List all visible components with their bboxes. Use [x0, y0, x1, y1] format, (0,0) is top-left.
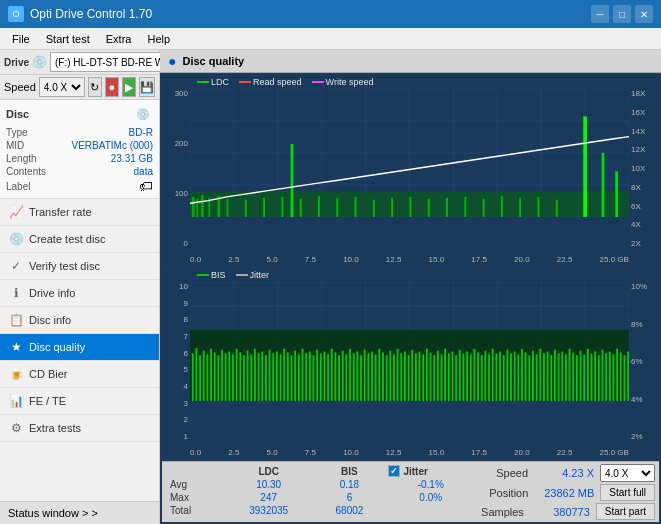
nav-fe-te[interactable]: 📊 FE / TE	[0, 388, 159, 415]
menu-start-test[interactable]: Start test	[38, 31, 98, 47]
svg-rect-144	[488, 354, 490, 401]
speed-refresh-button[interactable]: ↻	[88, 77, 102, 97]
nav-verify-test-disc[interactable]: ✓ Verify test disc	[0, 253, 159, 280]
svg-rect-171	[587, 349, 589, 401]
speed-stat-label: Speed	[496, 467, 528, 479]
svg-rect-101	[331, 349, 333, 401]
close-button[interactable]: ✕	[635, 5, 653, 23]
svg-rect-154	[525, 352, 527, 400]
speed-btn1[interactable]: ●	[105, 77, 119, 97]
jitter-checkbox[interactable]: ✓	[388, 465, 400, 477]
menu-file[interactable]: File	[4, 31, 38, 47]
svg-rect-165	[565, 354, 567, 401]
samples-label: Samples	[481, 506, 524, 518]
svg-rect-174	[598, 355, 600, 401]
svg-rect-147	[499, 352, 501, 401]
svg-rect-134	[452, 352, 454, 401]
nav-extra-tests[interactable]: ⚙ Extra tests	[0, 415, 159, 442]
status-window-label: Status window > >	[8, 507, 98, 519]
max-bis: 6	[314, 491, 384, 504]
speed-stat-select[interactable]: 4.0 X	[600, 464, 655, 482]
nav-cd-bier[interactable]: 🍺 CD Bier	[0, 361, 159, 388]
svg-rect-152	[517, 354, 519, 401]
maximize-button[interactable]: □	[613, 5, 631, 23]
svg-rect-121	[404, 352, 406, 401]
svg-rect-105	[345, 354, 347, 401]
svg-rect-142	[481, 355, 483, 401]
svg-rect-42	[519, 198, 521, 217]
nav-create-test-disc[interactable]: 💿 Create test disc	[0, 226, 159, 253]
svg-rect-67	[206, 354, 208, 401]
svg-rect-30	[300, 199, 302, 217]
contents-key: Contents	[6, 166, 46, 177]
create-test-disc-icon: 💿	[8, 231, 24, 247]
svg-rect-138	[466, 352, 468, 401]
svg-rect-127	[426, 349, 428, 401]
svg-rect-141	[477, 352, 479, 400]
svg-rect-123	[411, 350, 413, 401]
svg-rect-157	[536, 354, 538, 401]
svg-rect-92	[298, 354, 300, 401]
nav-drive-info[interactable]: ℹ Drive info	[0, 280, 159, 307]
svg-rect-89	[287, 352, 289, 400]
disc-panel: Disc 💿 Type BD-R MID VERBATIMc (000) Len…	[0, 100, 159, 199]
svg-rect-78	[247, 351, 249, 401]
legend-write-speed: Write speed	[312, 77, 374, 87]
transfer-rate-icon: 📈	[8, 204, 24, 220]
nav-disc-quality[interactable]: ★ Disc quality	[0, 334, 159, 361]
svg-rect-140	[474, 349, 476, 401]
length-key: Length	[6, 153, 37, 164]
svg-rect-173	[594, 352, 596, 401]
svg-rect-128	[430, 352, 432, 400]
top-chart-svg	[190, 89, 629, 217]
length-value: 23.31 GB	[111, 153, 153, 164]
svg-rect-135	[455, 355, 457, 401]
avg-jitter: -0.1%	[384, 478, 477, 491]
bottom-chart-legend: BIS Jitter	[197, 270, 269, 280]
minimize-button[interactable]: ─	[591, 5, 609, 23]
chart-header: ● Disc quality	[160, 50, 661, 73]
type-key: Type	[6, 127, 28, 138]
svg-rect-37	[428, 199, 430, 217]
nav-disc-info[interactable]: 📋 Disc info	[0, 307, 159, 334]
svg-rect-29	[281, 197, 283, 217]
speed-save-button[interactable]: 💾	[139, 77, 155, 97]
svg-rect-90	[291, 355, 293, 401]
sidebar: Drive 💿 (F:) HL-DT-ST BD-RE WH16NS58 TST…	[0, 50, 160, 524]
svg-rect-104	[342, 351, 344, 401]
nav-verify-test-disc-label: Verify test disc	[29, 260, 100, 272]
legend-read-speed: Read speed	[239, 77, 302, 87]
svg-rect-28	[263, 198, 265, 217]
svg-rect-40	[483, 199, 485, 217]
speed-select[interactable]: 4.0 X	[39, 77, 85, 97]
window-controls[interactable]: ─ □ ✕	[591, 5, 653, 23]
start-full-button[interactable]: Start full	[600, 484, 655, 501]
mid-key: MID	[6, 140, 24, 151]
svg-rect-116	[386, 355, 388, 401]
speed-section: Speed 4.0 X ↻ ● ▶ 💾	[0, 75, 159, 100]
mid-value: VERBATIMc (000)	[72, 140, 154, 151]
speed-btn2[interactable]: ▶	[122, 77, 136, 97]
svg-rect-161	[550, 355, 552, 401]
svg-rect-72	[225, 353, 227, 401]
charts-area: LDC Read speed Write speed	[160, 73, 661, 524]
svg-rect-145	[492, 349, 494, 401]
svg-rect-113	[375, 354, 377, 401]
status-window-button[interactable]: Status window > >	[0, 501, 159, 524]
total-label: Total	[166, 504, 223, 517]
svg-rect-26	[615, 171, 618, 217]
bottom-chart-svg	[190, 282, 629, 401]
svg-rect-97	[316, 350, 318, 401]
svg-rect-84	[269, 350, 271, 401]
svg-rect-148	[503, 355, 505, 401]
menu-help[interactable]: Help	[139, 31, 178, 47]
svg-rect-74	[232, 354, 234, 401]
nav-transfer-rate[interactable]: 📈 Transfer rate	[0, 199, 159, 226]
svg-rect-167	[572, 352, 574, 400]
start-part-button[interactable]: Start part	[596, 503, 655, 520]
svg-rect-106	[349, 349, 351, 401]
svg-rect-112	[371, 352, 373, 401]
svg-rect-114	[378, 349, 380, 401]
menu-extra[interactable]: Extra	[98, 31, 140, 47]
drive-label: Drive	[4, 57, 29, 68]
